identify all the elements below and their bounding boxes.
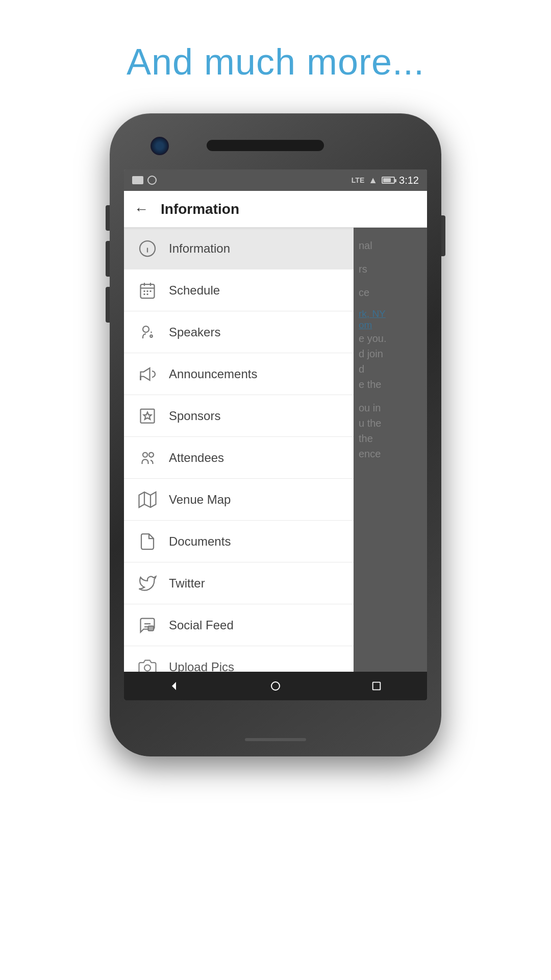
nav-item-attendees[interactable]: Attendees [124,437,354,479]
nav-item-speakers[interactable]: Speakers [124,311,354,353]
nav-drawer: Information Schedule Speak [124,228,354,672]
speakers-icon [136,321,159,344]
svg-rect-26 [373,682,381,690]
svg-point-18 [149,452,154,457]
screen-content: Information Schedule Speak [124,228,427,672]
phone-wrapper: LTE ▲ 3:12 ← Information [110,113,441,777]
sponsors-icon [136,405,159,427]
phone-camera [151,137,169,155]
twitter-icon [136,572,159,595]
svg-point-12 [143,326,149,332]
side-button-left-3 [106,287,110,323]
nav-item-venue-map[interactable]: Venue Map [124,479,354,521]
status-icon-2 [147,176,157,185]
battery-icon [382,177,395,184]
map-icon [136,488,159,511]
lte-label: LTE [352,176,364,184]
svg-point-23 [144,665,151,671]
nav-item-documents[interactable]: Documents [124,521,354,562]
documents-icon [136,530,159,553]
nav-item-sponsors[interactable]: Sponsors [124,395,354,437]
status-time: 3:12 [399,175,419,186]
app-header: ← Information [124,191,427,228]
nav-item-information[interactable]: Information [124,228,354,270]
nav-item-social-feed[interactable]: Social Feed [124,604,354,646]
phone-screen: LTE ▲ 3:12 ← Information [124,169,427,700]
svg-marker-19 [139,492,156,507]
svg-rect-22 [148,626,154,630]
nav-item-schedule[interactable]: Schedule [124,270,354,311]
app-title: Information [161,201,239,217]
phone-home-bar [245,738,306,741]
camera-icon [136,656,159,672]
nav-back-button[interactable] [162,673,187,699]
bottom-nav-bar [124,672,427,700]
phone-shell: LTE ▲ 3:12 ← Information [110,113,441,756]
svg-point-25 [271,682,280,690]
back-button[interactable]: ← [134,201,148,217]
signal-icon: ▲ [368,175,378,186]
nav-item-upload-pics[interactable]: Upload Pics [124,646,354,672]
page-tagline: And much more... [127,41,424,83]
drawer-scrim [354,228,427,672]
svg-marker-16 [144,412,152,419]
attendees-icon [136,447,159,469]
info-icon [136,237,159,260]
social-feed-icon [136,614,159,636]
side-button-right [441,215,445,256]
svg-point-17 [143,452,147,457]
calendar-icon [136,279,159,302]
nav-item-announcements[interactable]: Announcements [124,353,354,395]
status-icon-1 [132,176,143,184]
side-button-left-1 [106,205,110,231]
phone-speaker [207,140,324,151]
side-button-left-2 [106,241,110,277]
svg-marker-24 [172,682,176,690]
nav-home-button[interactable] [263,673,288,699]
megaphone-icon [136,363,159,385]
nav-item-twitter[interactable]: Twitter [124,562,354,604]
nav-recents-button[interactable] [364,673,389,699]
svg-point-13 [150,335,153,337]
status-bar: LTE ▲ 3:12 [124,169,427,191]
